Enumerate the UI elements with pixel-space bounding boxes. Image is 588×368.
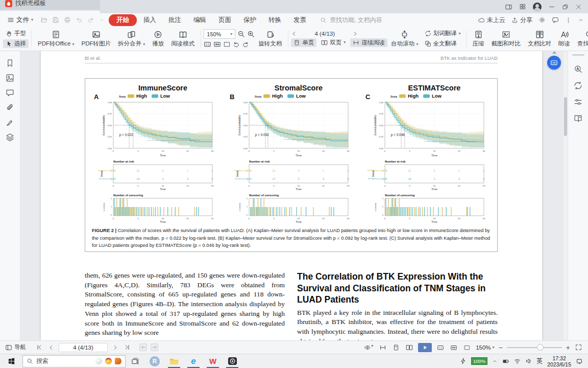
taskbar-app-ie-browser[interactable]: e (184, 354, 203, 368)
sidebar-doc-search-button[interactable] (574, 65, 582, 74)
toolbar-拆分合并-button[interactable]: 拆分合并 ▾ (114, 29, 149, 49)
status-actual-size-button[interactable]: 1:1 (436, 343, 445, 352)
next-page-button-status[interactable] (111, 343, 119, 352)
toolbar-查找替换-button[interactable]: 查找替换 (574, 29, 588, 49)
taskbar-app-wps-office[interactable]: W (203, 354, 223, 368)
prev-page-button-status[interactable] (47, 343, 55, 352)
view-mode-单页[interactable]: 单页 (291, 38, 316, 47)
rotate-right-button[interactable] (242, 41, 249, 48)
taskbar-search-box[interactable]: 搜索 (22, 355, 126, 367)
zoom-minus-button[interactable]: − (499, 344, 503, 351)
toolbar-压缩-button[interactable]: 压缩 (469, 29, 488, 49)
battery-percent-badge[interactable]: 100% (471, 357, 487, 365)
power-alert-icon[interactable] (460, 358, 467, 364)
taskbar-clock[interactable]: 17:322023/6/15 (547, 355, 571, 367)
status-fit-page-button[interactable] (462, 343, 472, 352)
toolbar-PDF转图片-button[interactable]: PDF转图片 (78, 29, 115, 49)
status-continuous-mode[interactable] (378, 343, 387, 352)
cloud-status[interactable]: 未上云 (478, 16, 505, 25)
zoom-slider-knob[interactable] (537, 344, 544, 351)
sidebar-bookmark-button[interactable] (6, 59, 14, 67)
settings-button[interactable] (538, 16, 546, 24)
menu-tab-插入[interactable]: 插入 (138, 15, 162, 26)
tab-docer-templates[interactable]: 找稻壳模板 (0, 0, 100, 10)
view-mode-双页[interactable]: 双页▾ (318, 38, 348, 47)
status-play-button[interactable] (418, 343, 432, 352)
next-page-button[interactable] (352, 31, 358, 37)
quick-redo-button[interactable] (87, 16, 94, 24)
minimize-button[interactable] (548, 3, 555, 10)
zoom-in-button[interactable] (247, 30, 255, 38)
select-tool-button[interactable]: 选择 (3, 39, 29, 48)
file-menu[interactable]: 文件▾ (4, 16, 36, 25)
hidden-icons-chevron[interactable] (492, 358, 498, 364)
toolbar-阅读模式-button[interactable]: 阅读模式 (167, 29, 198, 49)
vertical-scrollbar[interactable] (564, 51, 568, 340)
prev-page-button[interactable] (291, 31, 297, 37)
action-center-button[interactable] (576, 358, 583, 365)
full-translate-button[interactable]: 全文翻译 (422, 39, 463, 48)
reading-background-button[interactable]: ▾ (363, 343, 374, 352)
sidebar-settings-sliders-button[interactable] (574, 98, 582, 106)
status-zoom-display[interactable]: 150%▾ (476, 344, 494, 351)
toolbar-文档比对-button[interactable]: 文档比对 (524, 29, 555, 49)
sidebar-comment-button[interactable] (6, 88, 14, 97)
view-mode-连续阅读[interactable]: 连续阅读 (350, 38, 387, 47)
toolbar-朗读-button[interactable]: 朗读 (555, 29, 574, 49)
battery-icon[interactable] (502, 358, 509, 365)
start-button[interactable] (0, 354, 22, 368)
taskbar-app-screen-recorder[interactable] (223, 354, 242, 368)
actual-size-button[interactable]: 1:1 (204, 40, 211, 48)
feedback-button[interactable] (552, 16, 559, 24)
sidebar-reader-book-button[interactable] (574, 114, 582, 123)
quick-open-button[interactable] (40, 16, 47, 24)
quick-undo-button[interactable] (76, 16, 83, 24)
ime-indicator[interactable]: 英 (536, 357, 543, 365)
sidebar-signature-button[interactable] (6, 118, 14, 127)
fullscreen-button[interactable] (574, 343, 583, 352)
quick-printer-button[interactable] (64, 16, 71, 24)
taskbar-app-r-app[interactable]: R (145, 354, 164, 368)
sidebar-drag-handle[interactable] (572, 54, 584, 56)
menu-tab-保护[interactable]: 保护 (238, 15, 262, 26)
fit-page-button[interactable] (223, 40, 231, 48)
zoom-out-button[interactable] (237, 30, 245, 38)
zoom-plus-button[interactable]: + (566, 344, 570, 351)
menu-tab-转换[interactable]: 转换 (263, 15, 287, 26)
rotate-left-button[interactable] (233, 41, 240, 48)
toolbar-播放-button[interactable]: 播放 (149, 29, 167, 49)
search-function-box[interactable]: 查找功能, 文档内容 (320, 16, 382, 25)
zoom-slider[interactable] (507, 347, 562, 348)
status-fit-width-button[interactable] (449, 343, 458, 352)
wifi-icon[interactable] (514, 358, 521, 364)
restore-button[interactable] (562, 4, 569, 10)
page-number-display[interactable]: 4 (4/13) (301, 31, 348, 37)
sidebar-attachment-button[interactable] (6, 103, 14, 112)
last-page-button[interactable] (123, 343, 132, 352)
navigation-toggle[interactable]: 导航 (5, 343, 26, 351)
share-button[interactable]: 分享 (511, 16, 532, 25)
volume-icon[interactable] (525, 358, 532, 364)
toolbar-截图和对比-button[interactable]: 截图和对比 (488, 29, 525, 49)
scrollbar-thumb[interactable] (564, 97, 567, 136)
status-page-display[interactable]: 4 (4/13) (59, 343, 108, 352)
status-double-page-mode[interactable] (405, 343, 414, 352)
more-menu-button[interactable] (565, 17, 572, 24)
ai-assistant-button[interactable] (547, 56, 561, 70)
word-translate-button[interactable]: 划词翻译▾ (422, 29, 463, 38)
task-view-button[interactable] (126, 354, 145, 368)
user-avatar[interactable] (533, 3, 542, 11)
quick-more-button[interactable] (99, 17, 105, 23)
menu-tab-编辑[interactable]: 编辑 (188, 15, 212, 26)
hand-tool-button[interactable]: 手型 (3, 29, 29, 38)
view-forward-button[interactable] (151, 343, 158, 351)
auto-scroll-button[interactable]: 自动滚动 ▾ (387, 29, 422, 49)
zoom-level-select[interactable]: 150%▾ (204, 29, 235, 39)
fit-width-button[interactable] (213, 40, 221, 48)
menu-tab-开始[interactable]: 开始 (109, 14, 137, 26)
toolbar-PDF转Office-button[interactable]: PDF转Office ▾ (34, 29, 78, 49)
sidebar-translate-button[interactable] (574, 81, 582, 90)
quick-save-button[interactable] (52, 16, 59, 24)
status-single-page-mode[interactable] (391, 343, 401, 352)
app-grid-button[interactable] (519, 3, 526, 10)
